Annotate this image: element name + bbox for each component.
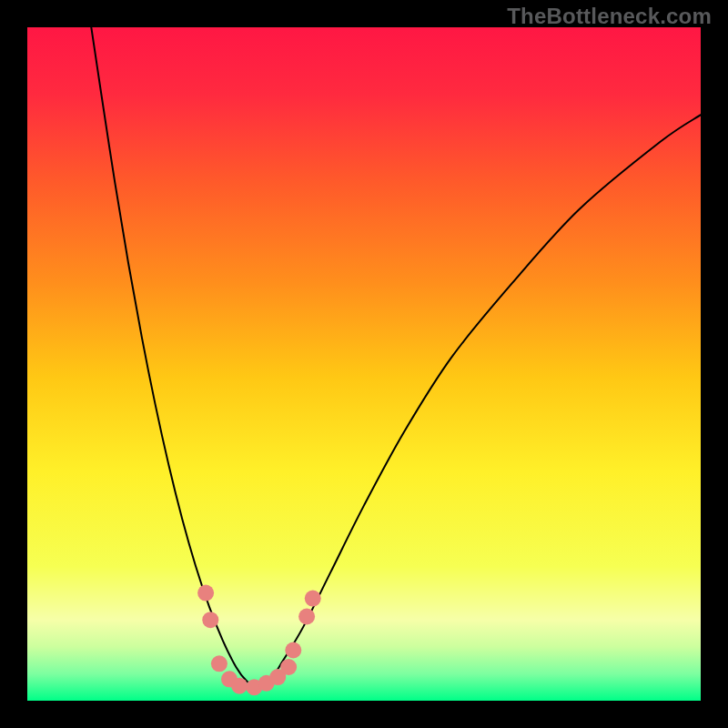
marker-dot	[197, 585, 214, 602]
marker-dot	[202, 612, 218, 628]
plot-area	[27, 27, 701, 701]
watermark-text: TheBottleneck.com	[507, 4, 712, 29]
marker-dot	[280, 659, 297, 675]
chart-svg	[27, 27, 701, 701]
marker-dot	[305, 591, 321, 607]
marker-dot	[285, 642, 301, 659]
chart-frame: TheBottleneck.com	[0, 0, 728, 728]
marker-dot	[231, 678, 248, 694]
marker-dot	[298, 609, 315, 625]
chart-background	[27, 27, 701, 701]
marker-dot	[211, 655, 228, 672]
